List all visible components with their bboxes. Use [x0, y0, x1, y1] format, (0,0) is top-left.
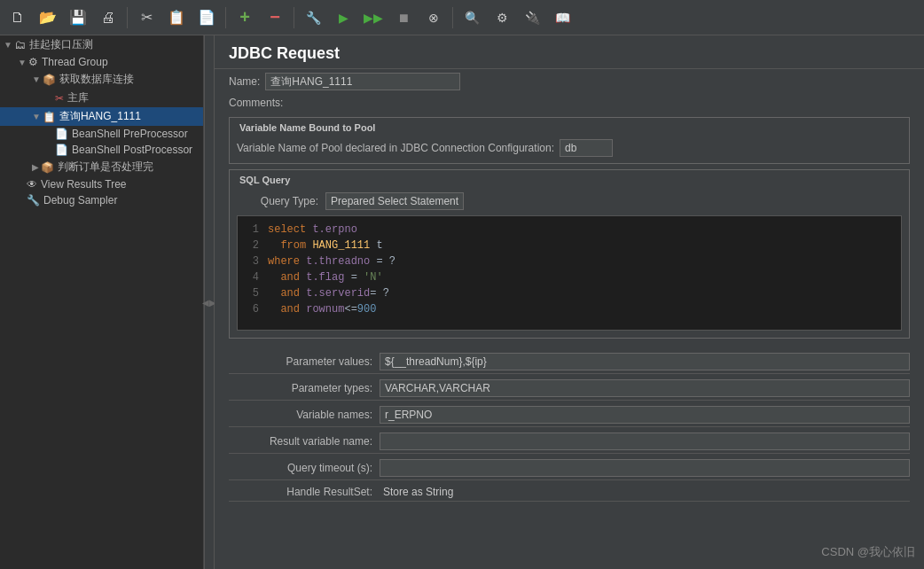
var-pool-section-title: Variable Name Bound to Pool	[237, 122, 378, 133]
param-types-input[interactable]	[380, 379, 910, 397]
result-var-input[interactable]	[380, 433, 910, 450]
result-var-row: Result variable name:	[229, 430, 910, 454]
var-pool-input[interactable]	[560, 139, 613, 157]
panel-divider[interactable]: ◀▶	[204, 35, 215, 569]
query-timeout-label: Query timeout (s):	[229, 462, 380, 474]
root-icon: 🗂	[14, 38, 26, 51]
var-pool-row: Variable Name of Pool declared in JDBC C…	[237, 139, 902, 157]
toolbar-sep-3	[294, 7, 294, 28]
sql-line-2: 2 from HANG_1111 t	[241, 238, 897, 253]
query-type-label: Query Type:	[237, 195, 325, 207]
name-label: Name:	[229, 75, 260, 88]
sql-section-title: SQL Query	[237, 175, 293, 185]
test-plan-tree: ▼ 🗂 挂起接口压测 ▼ ⚙ Thread Group ▼ 📦 获取数据库连接 …	[0, 35, 204, 569]
tree-item-view-results-tree[interactable]: ▶ 👁 View Results Tree	[0, 176, 203, 192]
tree-item-root[interactable]: ▼ 🗂 挂起接口压测	[0, 35, 203, 54]
main-icon: ✂	[55, 92, 64, 105]
tree-item-get-connection[interactable]: ▼ 📦 获取数据库连接	[0, 70, 203, 89]
handle-result-label: Handle ResultSet:	[229, 486, 380, 498]
sql-line-6: 6 and rownum<=900	[241, 301, 897, 317]
tree-item-beanshell-post[interactable]: ▶ 📄 BeanShell PostProcessor	[0, 142, 203, 158]
plugin-button[interactable]: 🔌	[518, 4, 546, 32]
debug-icon: 🔧	[27, 194, 40, 207]
expand-icon-get-connection: ▼	[32, 74, 41, 84]
tree-label-thread-group: Thread Group	[42, 56, 108, 68]
paste-button[interactable]: 📄	[192, 4, 221, 32]
query-type-value[interactable]: Prepared Select Statement	[325, 192, 464, 210]
tree-label-beanshell-pre: BeanShell PreProcessor	[72, 128, 188, 140]
get-connection-icon: 📦	[43, 74, 56, 86]
save-button[interactable]: 💾	[64, 4, 92, 32]
tree-label-get-connection: 获取数据库连接	[59, 72, 134, 87]
tree-item-beanshell-pre[interactable]: ▶ 📄 BeanShell PreProcessor	[0, 126, 203, 142]
copy-button[interactable]: 📋	[162, 4, 191, 32]
view-results-icon: 👁	[27, 178, 37, 191]
expand-icon-vrt: ▶	[18, 180, 25, 190]
var-pool-label: Variable Name of Pool declared in JDBC C…	[237, 142, 554, 154]
query-timeout-input[interactable]	[380, 459, 910, 477]
query-timeout-row: Query timeout (s):	[229, 456, 910, 480]
param-types-label: Parameter types:	[229, 382, 380, 394]
var-names-label: Variable names:	[229, 409, 380, 421]
tree-item-main[interactable]: ▶ ✂ 主库	[0, 89, 203, 107]
judge-icon: 📦	[41, 161, 54, 174]
param-values-input[interactable]	[380, 353, 910, 370]
thread-group-icon: ⚙	[28, 56, 38, 68]
tree-item-query-hang[interactable]: ▼ 📋 查询HANG_1111	[0, 107, 203, 126]
toolbar-sep-2	[225, 7, 226, 28]
param-values-label: Parameter values:	[229, 355, 380, 368]
tree-item-thread-group[interactable]: ▼ ⚙ Thread Group	[0, 54, 203, 70]
tree-label-judge-order: 判断订单是否处理完	[58, 160, 153, 175]
open-button[interactable]: 📂	[34, 4, 62, 32]
toolbar-sep-1	[127, 7, 128, 28]
expand-icon-pre: ▶	[46, 129, 53, 139]
stop-button[interactable]: ⏹	[389, 4, 418, 32]
expand-icon-debug: ▶	[18, 196, 25, 206]
expand-icon-query-hang: ▼	[32, 112, 41, 121]
tree-label-beanshell-post: BeanShell PostProcessor	[72, 144, 192, 156]
sql-line-3: 3 where t.threadno = ?	[241, 253, 897, 269]
query-hang-icon: 📋	[43, 111, 56, 123]
comments-label: Comments:	[229, 97, 283, 109]
sql-line-1: 1 select t.erpno	[241, 222, 897, 238]
var-names-row: Variable names:	[229, 403, 910, 427]
run-icon-button[interactable]: 🔧	[299, 4, 327, 32]
jdbc-request-panel: JDBC Request Name: Comments: Variable Na…	[215, 35, 924, 569]
comments-row: Comments:	[215, 94, 924, 112]
cut-button[interactable]: ✂	[132, 4, 161, 32]
tree-label-root: 挂起接口压测	[29, 37, 93, 52]
watermark: CSDN @我心依旧	[821, 544, 915, 560]
pre-icon: 📄	[55, 128, 68, 140]
var-pool-section: Variable Name Bound to Pool Variable Nam…	[229, 117, 910, 164]
param-types-row: Parameter types:	[229, 377, 910, 401]
search-button[interactable]: 🔍	[458, 4, 486, 32]
save-as-button[interactable]: 🖨	[94, 4, 122, 32]
start-button[interactable]: ▶	[329, 4, 357, 32]
remove-button[interactable]: −	[261, 4, 289, 32]
expand-icon-judge: ▶	[32, 162, 39, 172]
bottom-fields: Parameter values: Parameter types: Varia…	[215, 344, 924, 508]
toolbar-sep-4	[452, 7, 453, 28]
panel-title: JDBC Request	[215, 35, 924, 69]
tree-label-main: 主库	[67, 90, 89, 105]
handle-result-value: Store as String	[380, 486, 453, 498]
expand-icon-main: ▶	[46, 93, 53, 103]
tree-label-debug-sampler: Debug Sampler	[43, 194, 117, 207]
sql-editor[interactable]: 1 select t.erpno 2 from HANG_1111 t 3 wh…	[237, 215, 902, 331]
help-button[interactable]: 📖	[548, 4, 576, 32]
var-names-input[interactable]	[380, 406, 910, 424]
name-input[interactable]	[265, 73, 460, 90]
clear-button[interactable]: ⊗	[419, 4, 448, 32]
start-no-pauses-button[interactable]: ▶▶	[359, 4, 388, 32]
sql-line-4: 4 and t.flag = 'N'	[241, 269, 897, 285]
new-button[interactable]: 🗋	[4, 4, 32, 32]
add-button[interactable]: +	[231, 4, 259, 32]
tree-item-debug-sampler[interactable]: ▶ 🔧 Debug Sampler	[0, 192, 203, 208]
param-values-row: Parameter values:	[229, 350, 910, 374]
toolbar: 🗋 📂 💾 🖨 ✂ 📋 📄 + − 🔧 ▶ ▶▶ ⏹ ⊗ 🔍 ⚙ 🔌 📖	[0, 0, 924, 35]
settings-button[interactable]: ⚙	[488, 4, 516, 32]
tree-label-view-results-tree: View Results Tree	[41, 178, 127, 191]
tree-label-query-hang: 查询HANG_1111	[59, 109, 141, 124]
tree-item-judge-order[interactable]: ▶ 📦 判断订单是否处理完	[0, 158, 203, 176]
query-type-row: Query Type: Prepared Select Statement	[237, 192, 902, 210]
